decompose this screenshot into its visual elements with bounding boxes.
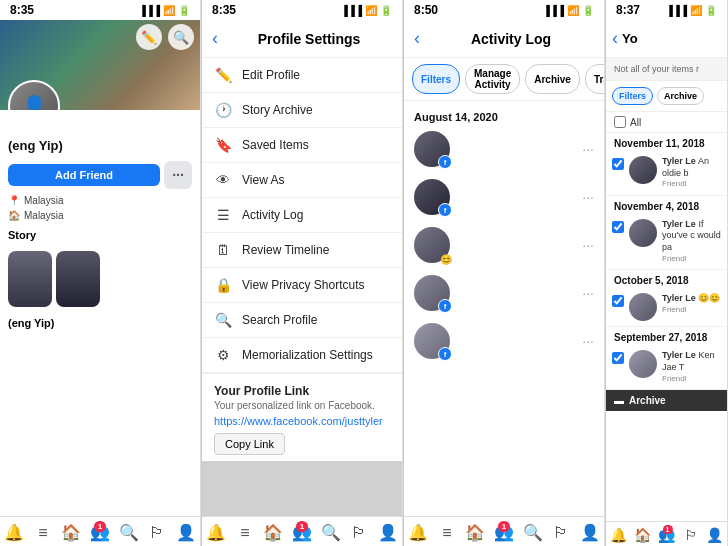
partial-text-3: Tyler Le 😊😊 Friendl xyxy=(662,293,721,315)
profile-link-url[interactable]: https://www.facebook.com/justtyler xyxy=(214,415,390,427)
nav3-person[interactable]: 👤 xyxy=(575,523,604,542)
partial-text-4: Tyler Le Ken Jae T Friendl xyxy=(662,350,721,384)
back-button-activity[interactable]: ‹ xyxy=(414,28,420,49)
time-1: 8:35 xyxy=(10,3,34,17)
partial-avatar-4 xyxy=(629,350,657,378)
nav4-bell[interactable]: 🔔 xyxy=(606,527,630,543)
all-checkbox[interactable] xyxy=(614,116,626,128)
nav3-menu[interactable]: ≡ xyxy=(433,523,462,542)
item-checkbox-3[interactable] xyxy=(612,295,624,307)
item-checkbox-4[interactable] xyxy=(612,352,624,364)
nav4-person[interactable]: 👤 xyxy=(703,527,727,543)
activity-avatar-2: f xyxy=(414,179,450,215)
activity-item-1: f ··· xyxy=(404,125,604,173)
partial-item-2: Tyler Le If you've c would pa Friendl xyxy=(606,214,727,270)
item-checkbox-2[interactable] xyxy=(612,221,624,233)
activity-dots-4[interactable]: ··· xyxy=(582,285,594,301)
status-bar-2: 8:35 ▐▐▐ 📶 🔋 xyxy=(202,0,402,20)
activity-item-3: 😊 ··· xyxy=(404,221,604,269)
item-content-3: 😊😊 xyxy=(698,293,720,303)
edit-icon[interactable]: ✏️ xyxy=(136,24,162,50)
story-thumb-1[interactable] xyxy=(8,251,52,307)
more-options-button[interactable]: ··· xyxy=(164,161,192,189)
partial-title: Yo xyxy=(622,31,638,46)
activity-log-icon: ☰ xyxy=(214,207,232,223)
item-checkbox-1[interactable] xyxy=(612,158,624,170)
item-meta-2: Friendl xyxy=(662,254,721,264)
story-thumb-2[interactable] xyxy=(56,251,100,307)
menu-review-timeline[interactable]: 🗓 Review Timeline xyxy=(202,233,402,268)
wifi-icon: 📶 xyxy=(163,5,175,16)
nav-flag[interactable]: 🏳 xyxy=(143,523,172,542)
menu-memorialization[interactable]: ⚙ Memorialization Settings xyxy=(202,338,402,373)
menu-activity-log[interactable]: ☰ Activity Log xyxy=(202,198,402,233)
battery-icon-4: 🔋 xyxy=(705,5,717,16)
menu-view-as[interactable]: 👁 View As xyxy=(202,163,402,198)
partial-filter-filters[interactable]: Filters xyxy=(612,87,653,105)
nav3-flag[interactable]: 🏳 xyxy=(547,523,576,542)
profile-link-sub: Your personalized link on Facebook. xyxy=(214,400,390,411)
filter-manage-activity[interactable]: Manage Activity xyxy=(465,64,520,94)
bottom-nav-1: 🔔 ≡ 🏠 👥1 🔍 🏳 👤 xyxy=(0,516,200,546)
nav4-friends[interactable]: 👥1 xyxy=(654,527,678,543)
archive-icon: ▬ xyxy=(614,395,624,406)
status-icons-4: ▐▐▐ 📶 🔋 xyxy=(666,5,717,16)
nav-search[interactable]: 🔍 xyxy=(114,523,143,542)
activity-dots-1[interactable]: ··· xyxy=(582,141,594,157)
add-friend-button[interactable]: Add Friend xyxy=(8,164,160,186)
time-4: 8:37 xyxy=(616,3,640,17)
friends-badge-4: 1 xyxy=(663,525,673,534)
menu-story-archive[interactable]: 🕐 Story Archive xyxy=(202,93,402,128)
nav3-friends[interactable]: 👥1 xyxy=(490,523,519,542)
bottom-nav-3: 🔔 ≡ 🏠 👥1 🔍 🏳 👤 xyxy=(404,516,604,546)
nav3-home[interactable]: 🏠 xyxy=(461,523,490,542)
nav3-bell[interactable]: 🔔 xyxy=(404,523,433,542)
panel-profile: 8:35 ▐▐▐ 📶 🔋 ✏️ 🔍 👤 📷 (eng Yip) Add Frie… xyxy=(0,0,201,546)
nav-menu[interactable]: ≡ xyxy=(29,523,58,542)
search-icon[interactable]: 🔍 xyxy=(168,24,194,50)
activity-dots-5[interactable]: ··· xyxy=(582,333,594,349)
activity-dots-3[interactable]: ··· xyxy=(582,237,594,253)
story-label: Story xyxy=(0,223,200,243)
partial-item-1: Tyler Le An oldie b Friendl xyxy=(606,151,727,196)
nav2-search[interactable]: 🔍 xyxy=(316,523,345,542)
menu-search-profile[interactable]: 🔍 Search Profile xyxy=(202,303,402,338)
filter-trash[interactable]: Trash xyxy=(585,64,605,94)
item-meta-1: Friendl xyxy=(662,179,721,189)
archive-bar[interactable]: ▬ Archive xyxy=(606,390,727,411)
back-button-partial[interactable]: ‹ xyxy=(612,28,618,49)
partial-item-4: Tyler Le Ken Jae T Friendl xyxy=(606,345,727,390)
nav-home[interactable]: 🏠 xyxy=(57,523,86,542)
nav2-friends[interactable]: 👥1 xyxy=(288,523,317,542)
filter-filters[interactable]: Filters xyxy=(412,64,460,94)
nav-bell[interactable]: 🔔 xyxy=(0,523,29,542)
partial-avatar-2 xyxy=(629,219,657,247)
copy-link-button[interactable]: Copy Link xyxy=(214,433,285,455)
nav2-flag[interactable]: 🏳 xyxy=(345,523,374,542)
privacy-label: View Privacy Shortcuts xyxy=(242,278,365,292)
menu-privacy-shortcuts[interactable]: 🔒 View Privacy Shortcuts xyxy=(202,268,402,303)
emoji-badge-3: 😊 xyxy=(440,254,452,265)
nav3-search[interactable]: 🔍 xyxy=(518,523,547,542)
view-as-icon: 👁 xyxy=(214,172,232,188)
nav4-home[interactable]: 🏠 xyxy=(630,527,654,543)
nav-friends[interactable]: 👥1 xyxy=(86,523,115,542)
saved-items-label: Saved Items xyxy=(242,138,309,152)
back-button-settings[interactable]: ‹ xyxy=(212,28,218,49)
activity-dots-2[interactable]: ··· xyxy=(582,189,594,205)
nav2-home[interactable]: 🏠 xyxy=(259,523,288,542)
menu-saved-items[interactable]: 🔖 Saved Items xyxy=(202,128,402,163)
nav2-bell[interactable]: 🔔 xyxy=(202,523,231,542)
wifi-icon-3: 📶 xyxy=(567,5,579,16)
avatar-area: 👤 📷 xyxy=(8,80,60,110)
menu-edit-profile[interactable]: ✏️ Edit Profile xyxy=(202,58,402,93)
fb-badge-5: f xyxy=(438,347,452,361)
nav4-flag[interactable]: 🏳 xyxy=(679,527,703,543)
partial-filter-archive[interactable]: Archive xyxy=(657,87,704,105)
filter-archive[interactable]: Archive xyxy=(525,64,580,94)
nav2-person[interactable]: 👤 xyxy=(373,523,402,542)
wifi-icon-4: 📶 xyxy=(690,5,702,16)
nav-calendar[interactable]: 👤 xyxy=(171,523,200,542)
item-meta-4: Friendl xyxy=(662,374,721,384)
nav2-menu[interactable]: ≡ xyxy=(231,523,260,542)
